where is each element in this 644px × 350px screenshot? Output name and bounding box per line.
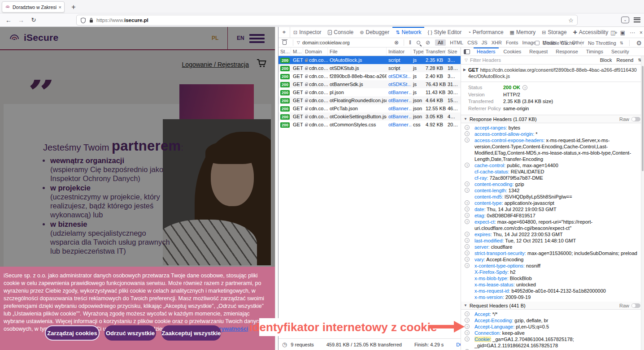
request-row[interactable]: 200GETcdn.co…otSDKStub.jsscriptjs7.28 KB… [278, 64, 461, 72]
url-filter-input[interactable]: domain:cookielaw.org [302, 40, 392, 45]
more-options-icon[interactable]: ⋯ [630, 30, 635, 36]
clear-requests-icon[interactable] [283, 40, 287, 45]
shield-icon[interactable] [80, 17, 86, 23]
type-filter-js[interactable]: JS [482, 40, 487, 45]
header-name[interactable]: Connection: [474, 330, 501, 336]
column-header[interactable]: St… [278, 48, 291, 56]
page-scrollbar[interactable] [275, 27, 278, 350]
devtools-tab-storage[interactable]: ⊟Storage [539, 27, 570, 38]
new-tab-button[interactable]: + [68, 2, 79, 13]
header-name[interactable]: Accept-Encoding: [474, 318, 513, 323]
header-name[interactable]: content-encoding: [474, 181, 513, 187]
resend-button[interactable]: Resend [617, 57, 634, 63]
column-header[interactable]: Initiator [387, 48, 411, 56]
column-header[interactable]: Transferred [424, 48, 446, 56]
header-name[interactable]: vary: [474, 257, 485, 262]
detail-tab-cookies[interactable]: Cookies [500, 48, 526, 56]
block-button[interactable]: Block [600, 57, 612, 63]
filter-headers-input[interactable]: Filter Headers [470, 57, 501, 63]
request-row[interactable]: 200GETcdn.co…otCookieSettingsButton.json… [278, 112, 461, 121]
type-filter-all[interactable]: All [435, 39, 446, 46]
cell-initiator[interactable]: otSDKSt… [387, 80, 411, 88]
pocket-icon[interactable]: ⌄ [621, 17, 629, 23]
detail-tab-security[interactable]: Security [607, 48, 633, 56]
column-header[interactable]: Size [446, 48, 461, 56]
type-filter-fonts[interactable]: Fonts [506, 40, 518, 45]
help-icon[interactable]: ? [465, 213, 470, 218]
header-name[interactable]: x-content-type-options: [474, 263, 525, 268]
request-row[interactable]: 200GETcdn.co…otPcTab.jsonotBanner…json12… [278, 104, 461, 112]
header-name[interactable]: last-modified: [474, 238, 504, 243]
devtools-tab-accessibility[interactable]: ✚Accessibility [570, 27, 612, 38]
help-icon[interactable]: ? [465, 318, 470, 323]
help-icon[interactable]: ? [465, 207, 470, 212]
request-row[interactable]: 200GETcdn.co…pl.jsonotBanner…js11.43 KB3… [278, 88, 461, 96]
request-row[interactable]: 200GETcdn.co…f2890bc8-88eb-4bac-a266-df9… [278, 72, 461, 80]
devtools-tab-performance[interactable]: ◔Performance [465, 27, 506, 38]
header-name[interactable]: access-control-expose-headers: [474, 138, 545, 143]
reload-button[interactable]: ↻ [29, 16, 39, 25]
cell-initiator[interactable]: otBanner… [387, 88, 411, 96]
header-name[interactable]: cf-cache-status: [474, 169, 509, 174]
browser-menu-button[interactable] [634, 17, 640, 22]
search-icon[interactable] [417, 41, 420, 44]
network-settings-gear-icon[interactable]: ⚙ [636, 39, 642, 47]
header-name[interactable]: x-ms-request-id: [474, 288, 510, 294]
request-headers-section-bar[interactable]: ▼ Request Headers (441 B) Raw [461, 302, 644, 310]
type-filter-html[interactable]: HTML [450, 40, 463, 45]
sidebar-toggle-icon[interactable] [464, 49, 470, 54]
header-name[interactable]: date: [474, 207, 485, 212]
browser-tab[interactable]: Doradztwo w Zakresie Ochrony Dany × [2, 1, 65, 13]
devtools-tab-console[interactable]: ›Console [325, 27, 357, 38]
help-icon[interactable]: ? [522, 85, 527, 90]
devtools-tab-inspector[interactable]: ⊡Inspector [290, 27, 325, 38]
help-icon[interactable]: ? [465, 125, 470, 130]
devtools-tab-network[interactable]: ⇅Network [392, 27, 424, 38]
detail-tab-headers[interactable]: Headers [473, 48, 500, 56]
help-icon[interactable]: ? [465, 219, 470, 224]
header-name[interactable]: Accept-Language: [474, 324, 514, 329]
devtools-tab-debugger[interactable]: ⊚Debugger [357, 27, 392, 38]
devtools-tab-style-editor[interactable]: { }Style Editor [424, 27, 465, 38]
help-icon[interactable]: ? [465, 131, 470, 136]
request-url-row[interactable]: ▶ GEThttps://cdn.cookielaw.org/consent/f… [461, 65, 644, 82]
header-name[interactable]: expect-ct: [474, 219, 496, 225]
help-icon[interactable]: ? [465, 163, 470, 168]
cell-initiator[interactable]: otBanner… [387, 121, 411, 129]
help-icon[interactable]: ? [465, 330, 470, 335]
header-name[interactable]: x-ms-blob-type: [474, 276, 509, 281]
manage-cookies-button[interactable]: Zarządzaj cookies [45, 325, 100, 341]
detail-tab-response[interactable]: Response [552, 48, 582, 56]
cell-initiator[interactable]: otBanner… [387, 96, 411, 104]
throttling-select[interactable]: No Throttling [588, 40, 616, 46]
help-icon[interactable]: ? [465, 337, 470, 341]
column-header[interactable]: Domain [303, 48, 328, 56]
header-name[interactable]: content-type: [474, 200, 503, 206]
pause-icon[interactable]: ‖ [409, 39, 411, 46]
tab-close-button[interactable]: × [59, 4, 61, 10]
type-filter-css[interactable]: CSS [467, 40, 478, 45]
help-icon[interactable]: ? [465, 188, 470, 193]
detail-tab-timings[interactable]: Timings [582, 48, 607, 56]
help-icon[interactable]: ? [465, 238, 470, 243]
headers-scrollbar[interactable] [641, 56, 644, 350]
request-row[interactable]: 200GETcdn.co…otFloatingRoundedIcon.jsono… [278, 96, 461, 104]
header-name[interactable]: x-ms-lease-status: [474, 282, 515, 287]
clear-filter-icon[interactable]: ⊗ [394, 39, 399, 46]
request-row[interactable]: 200GETcdn.co…OtAutoBlock.jsscriptjs2.35 … [278, 56, 461, 64]
close-devtools-icon[interactable]: × [640, 30, 643, 36]
cell-initiator[interactable]: otSDKSt… [387, 72, 411, 80]
detail-tab-request[interactable]: Request [525, 48, 552, 56]
back-button[interactable]: ← [4, 16, 13, 25]
collapse-caret-icon[interactable]: ▼ [464, 117, 467, 121]
split-view-icon[interactable]: ◫ [610, 30, 615, 36]
devtools-tab-memory[interactable]: ▦Memory [507, 27, 539, 38]
block-icon[interactable]: ⊘ [426, 39, 430, 46]
help-icon[interactable]: ? [465, 324, 470, 329]
help-icon[interactable]: ? [465, 138, 470, 143]
help-icon[interactable]: ? [465, 181, 470, 186]
collapse-caret-icon[interactable]: ▼ [464, 303, 467, 307]
help-icon[interactable]: ? [465, 263, 470, 268]
reject-all-button[interactable]: Odrzuć wszystkie [104, 325, 156, 341]
cell-initiator[interactable]: otBanner… [387, 104, 411, 112]
